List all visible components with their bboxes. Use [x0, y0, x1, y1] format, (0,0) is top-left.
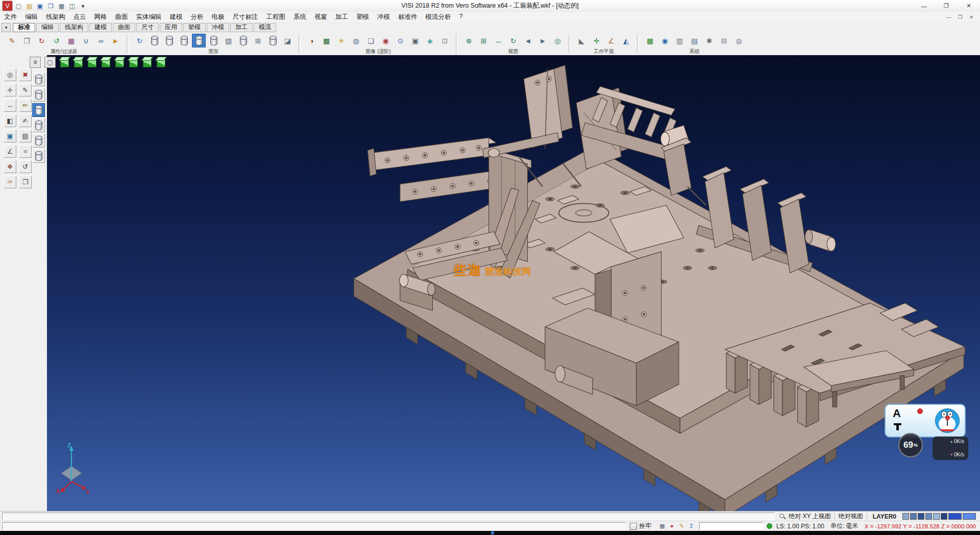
edge-display-icon[interactable]: ◪: [281, 34, 295, 47]
counter-badge[interactable]: 2: [687, 522, 696, 530]
right-view-icon[interactable]: [114, 57, 125, 67]
filter-remove-icon[interactable]: ↺: [50, 34, 63, 47]
tab-1[interactable]: 标准: [13, 23, 35, 32]
menu-item-4[interactable]: 点云: [69, 12, 90, 22]
rotate-view-icon[interactable]: ↻: [506, 34, 520, 47]
color-swatch-2[interactable]: [910, 513, 917, 520]
menu-item-14[interactable]: 视窗: [310, 12, 331, 22]
world-icon[interactable]: ◉: [658, 34, 672, 47]
mask-icon[interactable]: ▦: [64, 34, 78, 47]
menu-item-11[interactable]: 尺寸标注: [229, 12, 262, 22]
attributes-icon[interactable]: ✎: [5, 34, 19, 47]
mdi-restore-icon[interactable]: ❐: [954, 14, 966, 20]
workplane-standard-icon[interactable]: ◣: [575, 34, 589, 47]
menu-item-8[interactable]: 建模: [166, 12, 187, 22]
zoom-window-icon[interactable]: ⊞: [477, 34, 491, 47]
workplane-origin-icon[interactable]: ✛: [590, 34, 603, 47]
tab-5[interactable]: 曲面: [113, 23, 135, 32]
color-swatch-5[interactable]: [933, 513, 940, 520]
tab-3[interactable]: 线架构: [60, 23, 88, 32]
search-icon[interactable]: [779, 513, 786, 520]
save-all-icon[interactable]: ❒: [46, 1, 56, 11]
mdi-minimize-icon[interactable]: —: [943, 14, 954, 20]
active-color-swatch-2[interactable]: [963, 513, 976, 520]
display-toggle-2-icon[interactable]: [32, 88, 45, 102]
preview-icon[interactable]: ◫: [67, 1, 77, 11]
snap-point-icon[interactable]: ✛: [4, 84, 16, 96]
annotate-icon[interactable]: ✍: [19, 114, 32, 127]
paint-icon[interactable]: ✑: [4, 176, 16, 188]
wireframe-view-icon[interactable]: [162, 34, 176, 47]
pan-icon[interactable]: ↔: [492, 34, 505, 47]
info-icon[interactable]: ◍: [732, 34, 746, 47]
workplane-tool-icon[interactable]: ◧: [4, 114, 16, 127]
display-toggle-1-icon[interactable]: [32, 72, 45, 86]
tab-4[interactable]: 建模: [89, 23, 112, 32]
taskbar-app-icon[interactable]: [491, 531, 494, 534]
dynamic-hide-icon[interactable]: [192, 34, 206, 47]
snapshot-icon[interactable]: ▣: [408, 34, 422, 47]
menu-item-2[interactable]: 编辑: [21, 12, 42, 22]
delete-icon[interactable]: ✖: [19, 68, 32, 81]
grid-icon[interactable]: ▦: [643, 34, 657, 47]
image-settings-icon[interactable]: ⊡: [438, 34, 452, 47]
percent-badge[interactable]: 69%: [898, 433, 923, 457]
layers-icon[interactable]: ▤: [688, 34, 701, 47]
section-view-icon[interactable]: [236, 34, 250, 47]
tab-8[interactable]: 塑模: [183, 23, 206, 32]
maximize-button[interactable]: ❐: [935, 0, 958, 12]
edit-entity-icon[interactable]: ✎: [19, 84, 32, 96]
color-swatch-1[interactable]: [902, 513, 909, 520]
menu-item-15[interactable]: 加工: [331, 12, 352, 22]
tab-9[interactable]: 冲模: [207, 23, 229, 32]
zoom-tool-icon[interactable]: ◎: [4, 68, 16, 81]
iso-view-2-icon[interactable]: [73, 57, 83, 67]
view-wireframe-icon[interactable]: ▢: [44, 57, 56, 68]
active-color-swatch-1[interactable]: [948, 513, 962, 520]
grid-snap-icon[interactable]: ▦: [658, 522, 667, 530]
active-layer-label[interactable]: LAYER0: [873, 513, 896, 520]
new-file-icon[interactable]: ▢: [14, 1, 23, 11]
workplane-angle-icon[interactable]: ∠: [604, 34, 618, 47]
floating-widget[interactable]: A: [885, 404, 966, 437]
menu-item-18[interactable]: 标准件: [394, 12, 422, 22]
menu-item-5[interactable]: 网格: [90, 12, 111, 22]
tab-6[interactable]: 尺寸: [136, 23, 159, 32]
palette-icon[interactable]: ❖: [4, 160, 16, 173]
measure-icon[interactable]: ∠: [4, 145, 16, 158]
tab-10[interactable]: 加工: [230, 23, 253, 32]
sketch-icon[interactable]: ✏: [19, 99, 32, 112]
front-view-icon[interactable]: [101, 57, 111, 67]
redraw-icon[interactable]: ↻: [133, 34, 146, 47]
layer-manager-icon[interactable]: ▤: [19, 130, 32, 142]
menu-item-7[interactable]: 实体编辑: [132, 12, 166, 22]
color-swatch-4[interactable]: [925, 513, 932, 520]
view-menu-icon[interactable]: ≡: [30, 57, 41, 68]
save-file-icon[interactable]: ▣: [35, 1, 45, 11]
display-toggle-4-icon[interactable]: [32, 118, 45, 132]
capture-icon[interactable]: ❐: [19, 176, 32, 188]
tab-7[interactable]: 应用: [160, 23, 182, 32]
hidden-line-icon[interactable]: [177, 34, 191, 47]
close-button[interactable]: ✕: [958, 0, 980, 12]
iso-view-4-icon[interactable]: [142, 57, 152, 67]
menu-item-16[interactable]: 塑模: [352, 12, 373, 22]
menu-item-6[interactable]: 曲面: [111, 12, 132, 22]
net-speed-pill[interactable]: ▴ 0K/s ▾ 0K/s: [933, 436, 968, 460]
material-icon[interactable]: ◍: [349, 34, 363, 47]
database-icon[interactable]: ▥: [673, 34, 687, 47]
magnet-filter-icon[interactable]: ∪: [79, 34, 93, 47]
solid-box-icon[interactable]: ▣: [4, 130, 16, 142]
menu-item-9[interactable]: 分析: [187, 12, 208, 22]
menu-item-17[interactable]: 冲模: [373, 12, 394, 22]
copy-attributes-icon[interactable]: ❐: [20, 34, 34, 47]
curve-icon[interactable]: ≈: [19, 145, 32, 158]
display-toggle-6-icon[interactable]: [32, 149, 45, 163]
menu-item-10[interactable]: 电极: [208, 12, 229, 22]
bounding-box-icon[interactable]: ▧: [222, 34, 235, 47]
top-view-icon[interactable]: [87, 57, 97, 67]
color-swatch-3[interactable]: [918, 513, 924, 520]
lock-label[interactable]: 拴牢: [639, 522, 651, 530]
status-input[interactable]: [699, 522, 764, 530]
tab-dropdown-icon[interactable]: ▾: [2, 23, 11, 32]
